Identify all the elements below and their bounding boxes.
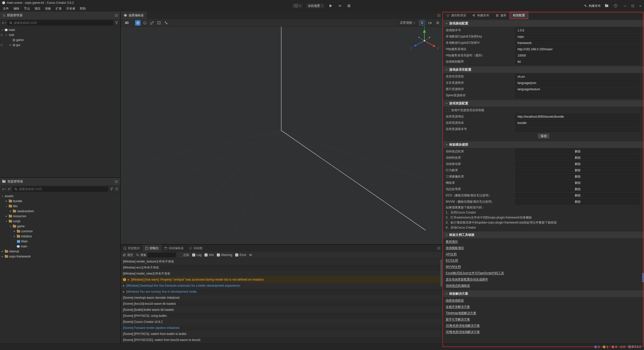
preview-window-button[interactable] [346, 3, 352, 9]
tree-item-initialize[interactable]: ▶initialize [0, 234, 120, 239]
collapse-logs-icon[interactable] [249, 254, 252, 256]
checkbox[interactable] [446, 109, 449, 112]
project-folder-button[interactable] [603, 3, 610, 9]
hierarchy-search-input[interactable] [14, 21, 111, 25]
expand-arrow-icon[interactable]: ▼ [5, 221, 8, 222]
filter-Log[interactable]: ✓Log [192, 253, 202, 257]
console-tab-控制台[interactable]: 控制台 [143, 245, 162, 252]
section-框架解决方案[interactable]: ▼框架解决方案 [443, 290, 644, 297]
tree-item-main[interactable]: main [0, 244, 120, 249]
console-tab-资源预览[interactable]: 资源预览 [121, 245, 143, 252]
field-input[interactable] [515, 28, 640, 33]
delete-button[interactable]: 删除 [515, 155, 640, 160]
refresh-icon[interactable] [115, 187, 118, 191]
expand-arrow-icon[interactable]: ▶ [1, 255, 4, 257]
console-tab-动画图[interactable]: 动画图 [186, 245, 205, 252]
link-API文档[interactable]: API文档 [446, 252, 457, 256]
section-框架文档工具链接[interactable]: ▼框架文档工具链接 [443, 232, 644, 238]
rotate-tool-button[interactable] [142, 20, 148, 26]
field-input[interactable] [515, 126, 640, 132]
snap-tool-button[interactable] [163, 20, 169, 26]
field-input[interactable] [515, 93, 640, 98]
help-button[interactable]: ? [612, 3, 619, 9]
link-MVVM文档[interactable]: MVVM文档 [446, 265, 461, 269]
status-info[interactable]: 3 [594, 345, 600, 349]
delete-button[interactable]: 删除 [515, 199, 640, 204]
tree-item-libs[interactable]: ▼libs [0, 204, 120, 209]
inspector-scrollbar[interactable] [642, 273, 644, 282]
field-input[interactable] [515, 74, 640, 79]
link-全栈开发解决方案[interactable]: 全栈开发解决方案 [446, 305, 470, 309]
tree-item-bundle[interactable]: ▶bundle [0, 199, 120, 204]
delete-button[interactable]: 删除 [515, 187, 640, 192]
orientation-gizmo[interactable]: Y X Z [408, 27, 441, 55]
tree-item-internal[interactable]: ▶internal [0, 249, 120, 254]
tree-item-oops-framework[interactable]: ▶oops-framework [0, 254, 120, 259]
link-Tiledmap地图解决方案[interactable]: Tiledmap地图解决方案 [446, 311, 476, 315]
view-mode-select[interactable]: 正常浏览 ▾ [397, 20, 417, 26]
regex-toggle[interactable]: 正则 [179, 253, 189, 257]
inspector-tab-服务[interactable]: 服务 [493, 12, 510, 19]
scene-editor-tab[interactable]: 场景编辑器 [121, 12, 147, 19]
field-input[interactable] [515, 80, 640, 85]
expand-arrow-icon[interactable]: ▶ [13, 230, 16, 232]
expand-arrow-icon[interactable]: ▶ [123, 291, 125, 293]
link-原生包热更新配置自动生成插件[interactable]: 原生包热更新配置自动生成插件 [446, 277, 488, 282]
field-input[interactable] [515, 59, 640, 64]
menu-item-文件[interactable]: 文件 [1, 6, 11, 12]
scene-settings-button[interactable] [435, 20, 440, 26]
field-input[interactable] [515, 86, 640, 92]
menu-item-项目[interactable]: 项目 [32, 6, 43, 12]
tree-item-script[interactable]: ▼script [0, 219, 120, 224]
menu-item-编辑[interactable]: 编辑 [11, 6, 22, 12]
panel-menu-icon[interactable] [437, 14, 440, 17]
field-input[interactable] [515, 114, 640, 119]
link-Excel格式转Json文件与TypeScript代码工具[interactable]: Excel格式转Json文件与TypeScript代码工具 [446, 271, 504, 275]
expand-arrow-icon[interactable]: ▼ [5, 205, 8, 207]
expand-arrow-icon[interactable]: ▶ [5, 215, 8, 217]
log-row[interactable]: [Window] ecs文件夹不存在 [121, 265, 443, 271]
link-游戏模板项目[interactable]: 游戏模板项目 [446, 246, 464, 250]
tree-item-game[interactable]: game [0, 37, 120, 42]
field-input[interactable] [515, 120, 640, 125]
expand-arrow-icon[interactable]: ▶ [9, 210, 12, 212]
scene-select[interactable]: 当前场景 ▾ [305, 3, 325, 9]
camera-settings-button[interactable] [427, 20, 433, 26]
menu-item-节点[interactable]: 节点 [22, 6, 32, 12]
log-row[interactable]: [Scene] Cocos Creator v3.8.2 [121, 319, 443, 325]
expand-arrow-icon[interactable]: ▼ [1, 195, 4, 197]
link-新手引导解决方案[interactable]: 新手引导解决方案 [446, 317, 470, 322]
console-search-input[interactable] [148, 253, 176, 257]
create-node-button[interactable]: +▾ [2, 21, 6, 25]
expand-arrow-icon[interactable]: ▶ [13, 235, 16, 237]
expand-arrow-icon[interactable]: ▶ [5, 200, 8, 202]
status-error[interactable]: 0 [612, 345, 617, 349]
device-select[interactable]: ▾ [292, 3, 303, 9]
filter-Warning[interactable]: ✓Warning [217, 253, 232, 257]
log-row[interactable]: [Scene] [PHYSICS2D]: switch from box2d-w… [121, 337, 443, 343]
log-row[interactable]: [Scene] [PHYSICS]: using builtin. [121, 313, 443, 319]
save-button[interactable]: 保存 [538, 133, 550, 139]
section-框架模块裁剪[interactable]: ▼框架模块裁剪 [443, 141, 644, 148]
hierarchy-search[interactable] [8, 20, 113, 25]
log-row[interactable]: [Scene] [PHYSICS]: switch from builtin t… [121, 331, 443, 337]
step-button[interactable] [337, 3, 343, 9]
delete-button[interactable]: 删除 [515, 149, 640, 154]
link-3D角色扮演游戏解决方案[interactable]: 3D角色扮演游戏解决方案 [446, 330, 480, 334]
log-row[interactable]: ▶[Window] Download the Vue Devtools exte… [121, 283, 443, 289]
status-diamond[interactable]: 0 [620, 345, 625, 349]
build-publish-button[interactable]: 构建发布 [584, 4, 601, 8]
assets-search[interactable] [13, 187, 108, 192]
tree-item-assets[interactable]: ▼assets [0, 194, 120, 199]
lock-icon[interactable] [1, 44, 3, 46]
log-row[interactable]: ▶[Window] You are running Vue in develop… [121, 289, 443, 295]
field-input[interactable] [515, 47, 640, 52]
filter-icon[interactable] [115, 21, 118, 24]
play-button[interactable] [328, 3, 334, 9]
menu-item-面板[interactable]: 面板 [43, 6, 53, 12]
status-warn[interactable]: 1 [603, 345, 608, 349]
log-row[interactable]: [Scene] Forward render pipeline initiali… [121, 325, 443, 331]
link-2D角色扮演游戏解决方案[interactable]: 2D角色扮演游戏解决方案 [446, 324, 480, 328]
delete-button[interactable]: 删除 [515, 161, 640, 167]
menu-item-扩展[interactable]: 扩展 [53, 6, 64, 12]
